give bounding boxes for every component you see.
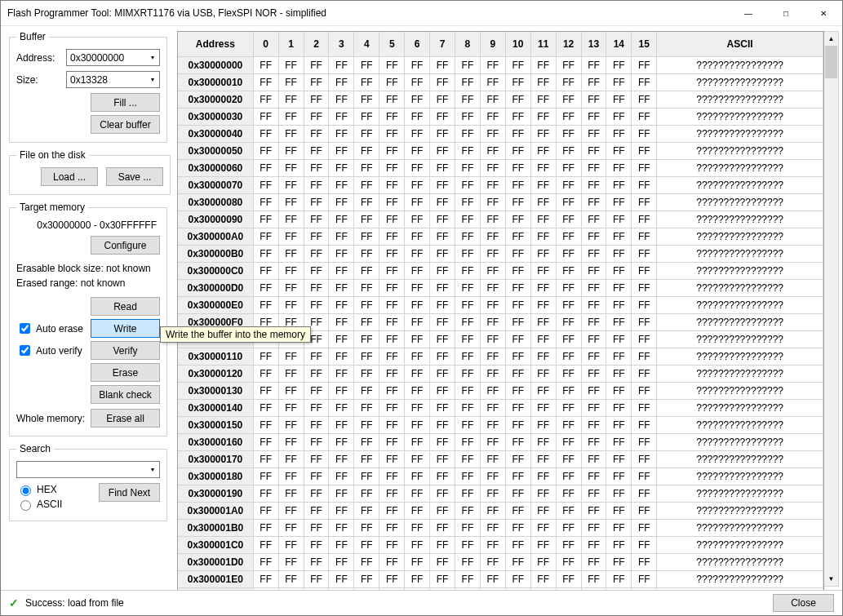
byte-cell[interactable]: FF bbox=[455, 280, 481, 297]
byte-cell[interactable]: FF bbox=[379, 503, 405, 520]
byte-cell[interactable]: FF bbox=[557, 160, 582, 177]
byte-cell[interactable]: FF bbox=[254, 297, 279, 314]
byte-cell[interactable]: FF bbox=[304, 297, 330, 314]
byte-cell[interactable]: FF bbox=[481, 537, 506, 554]
byte-cell[interactable]: FF bbox=[379, 143, 405, 160]
byte-cell[interactable]: FF bbox=[405, 520, 430, 537]
byte-cell[interactable]: FF bbox=[354, 331, 379, 348]
byte-cell[interactable]: FF bbox=[304, 520, 330, 537]
byte-cell[interactable]: FF bbox=[304, 400, 330, 417]
byte-cell[interactable]: FF bbox=[557, 503, 582, 520]
byte-cell[interactable]: FF bbox=[430, 383, 455, 400]
byte-cell[interactable]: FF bbox=[582, 503, 607, 520]
byte-cell[interactable]: FF bbox=[506, 194, 531, 211]
byte-cell[interactable]: FF bbox=[557, 434, 582, 451]
byte-cell[interactable]: FF bbox=[329, 109, 354, 126]
byte-cell[interactable]: FF bbox=[354, 468, 379, 485]
byte-cell[interactable]: FF bbox=[606, 503, 632, 520]
byte-cell[interactable]: FF bbox=[531, 297, 557, 314]
byte-cell[interactable]: FF bbox=[582, 468, 607, 485]
byte-cell[interactable]: FF bbox=[557, 571, 582, 588]
byte-cell[interactable]: FF bbox=[304, 246, 330, 263]
byte-cell[interactable]: FF bbox=[455, 331, 481, 348]
configure-button[interactable]: Configure bbox=[91, 236, 160, 255]
byte-cell[interactable]: FF bbox=[279, 417, 304, 434]
byte-cell[interactable]: FF bbox=[582, 228, 607, 246]
byte-cell[interactable]: FF bbox=[506, 314, 531, 331]
byte-cell[interactable]: FF bbox=[606, 537, 632, 554]
byte-cell[interactable]: FF bbox=[531, 434, 557, 451]
byte-cell[interactable]: FF bbox=[430, 126, 455, 143]
byte-cell[interactable]: FF bbox=[279, 451, 304, 468]
byte-cell[interactable]: FF bbox=[254, 400, 279, 417]
byte-cell[interactable]: FF bbox=[329, 383, 354, 400]
byte-cell[interactable]: FF bbox=[304, 280, 330, 297]
byte-cell[interactable]: FF bbox=[405, 74, 430, 91]
byte-cell[interactable]: FF bbox=[455, 74, 481, 91]
byte-cell[interactable]: FF bbox=[430, 331, 455, 348]
blank-check-button[interactable]: Blank check bbox=[91, 385, 160, 404]
search-input[interactable] bbox=[16, 461, 160, 478]
byte-cell[interactable]: FF bbox=[557, 228, 582, 246]
byte-cell[interactable]: FF bbox=[329, 485, 354, 503]
byte-cell[interactable]: FF bbox=[430, 417, 455, 434]
fill-button[interactable]: Fill ... bbox=[91, 93, 160, 112]
byte-cell[interactable]: FF bbox=[304, 143, 330, 160]
byte-cell[interactable]: FF bbox=[304, 348, 330, 366]
byte-cell[interactable]: FF bbox=[506, 126, 531, 143]
byte-cell[interactable]: FF bbox=[582, 194, 607, 211]
byte-cell[interactable]: FF bbox=[254, 74, 279, 91]
byte-cell[interactable]: FF bbox=[506, 537, 531, 554]
byte-cell[interactable]: FF bbox=[405, 503, 430, 520]
byte-cell[interactable]: FF bbox=[481, 383, 506, 400]
byte-cell[interactable]: FF bbox=[279, 160, 304, 177]
byte-cell[interactable]: FF bbox=[354, 537, 379, 554]
auto-erase-checkbox[interactable]: Auto erase bbox=[16, 321, 91, 336]
byte-cell[interactable]: FF bbox=[531, 571, 557, 588]
byte-cell[interactable]: FF bbox=[582, 383, 607, 400]
byte-cell[interactable]: FF bbox=[354, 246, 379, 263]
byte-cell[interactable]: FF bbox=[254, 246, 279, 263]
byte-cell[interactable]: FF bbox=[632, 520, 657, 537]
byte-cell[interactable]: FF bbox=[557, 211, 582, 228]
byte-cell[interactable]: FF bbox=[430, 91, 455, 109]
byte-cell[interactable]: FF bbox=[582, 348, 607, 366]
byte-cell[interactable]: FF bbox=[455, 246, 481, 263]
byte-cell[interactable]: FF bbox=[606, 109, 632, 126]
byte-cell[interactable]: FF bbox=[279, 537, 304, 554]
byte-cell[interactable]: FF bbox=[506, 331, 531, 348]
byte-cell[interactable]: FF bbox=[531, 228, 557, 246]
byte-cell[interactable]: FF bbox=[279, 74, 304, 91]
byte-cell[interactable]: FF bbox=[329, 571, 354, 588]
byte-cell[interactable]: FF bbox=[557, 263, 582, 280]
byte-cell[interactable]: FF bbox=[405, 280, 430, 297]
byte-cell[interactable]: FF bbox=[254, 434, 279, 451]
byte-cell[interactable]: FF bbox=[606, 246, 632, 263]
byte-cell[interactable]: FF bbox=[405, 348, 430, 366]
byte-cell[interactable]: FF bbox=[455, 383, 481, 400]
byte-cell[interactable]: FF bbox=[606, 520, 632, 537]
byte-cell[interactable]: FF bbox=[481, 109, 506, 126]
byte-cell[interactable]: FF bbox=[455, 263, 481, 280]
byte-cell[interactable]: FF bbox=[354, 194, 379, 211]
byte-cell[interactable]: FF bbox=[606, 366, 632, 383]
byte-cell[interactable]: FF bbox=[455, 537, 481, 554]
byte-cell[interactable]: FF bbox=[632, 331, 657, 348]
byte-cell[interactable]: FF bbox=[405, 160, 430, 177]
byte-cell[interactable]: FF bbox=[279, 143, 304, 160]
byte-cell[interactable]: FF bbox=[304, 503, 330, 520]
hex-row[interactable]: 0x30000040FFFFFFFFFFFFFFFFFFFFFFFFFFFFFF… bbox=[178, 126, 823, 143]
byte-cell[interactable]: FF bbox=[430, 228, 455, 246]
byte-cell[interactable]: FF bbox=[329, 503, 354, 520]
byte-cell[interactable]: FF bbox=[455, 109, 481, 126]
byte-cell[interactable]: FF bbox=[632, 451, 657, 468]
maximize-button[interactable]: □ bbox=[767, 1, 805, 25]
byte-cell[interactable]: FF bbox=[531, 74, 557, 91]
byte-cell[interactable]: FF bbox=[329, 160, 354, 177]
byte-cell[interactable]: FF bbox=[531, 91, 557, 109]
byte-cell[interactable]: FF bbox=[304, 57, 330, 74]
hex-row[interactable]: 0x300000A0FFFFFFFFFFFFFFFFFFFFFFFFFFFFFF… bbox=[178, 228, 823, 246]
byte-cell[interactable]: FF bbox=[531, 57, 557, 74]
byte-cell[interactable]: FF bbox=[557, 417, 582, 434]
byte-cell[interactable]: FF bbox=[455, 417, 481, 434]
